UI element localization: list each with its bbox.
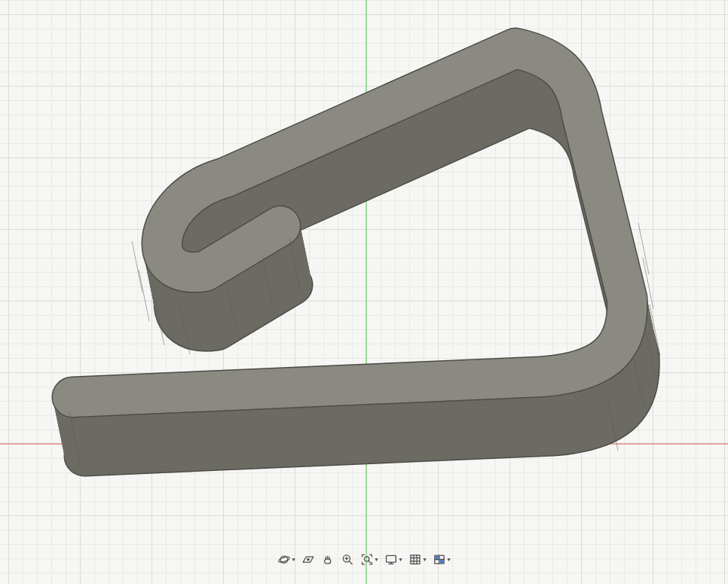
display-settings-button[interactable]: ▾ (384, 552, 402, 567)
zoom-button[interactable] (340, 552, 354, 567)
viewports-button[interactable]: ▾ (433, 552, 451, 567)
viewports-icon (433, 553, 446, 566)
viewport[interactable]: ▾ ▾ (0, 0, 728, 584)
navigation-toolbar: ▾ ▾ (277, 552, 451, 567)
look-at-button[interactable] (301, 552, 315, 567)
dropdown-caret[interactable]: ▾ (424, 557, 427, 563)
orbit-icon (277, 553, 290, 566)
pan-button[interactable] (320, 552, 335, 567)
dropdown-caret[interactable]: ▾ (399, 557, 402, 563)
fit-zoom-window-icon (360, 553, 373, 566)
zoom-magnifier-icon (341, 553, 353, 566)
orbit-button[interactable]: ▾ (277, 552, 295, 567)
pan-hand-icon (321, 553, 334, 566)
dropdown-caret[interactable]: ▾ (448, 557, 451, 563)
look-at-icon (301, 553, 314, 566)
grid-icon (409, 553, 422, 566)
dropdown-caret[interactable]: ▾ (292, 557, 295, 563)
fit-button[interactable]: ▾ (359, 552, 378, 567)
grid-and-snaps-button[interactable]: ▾ (408, 552, 427, 567)
dropdown-caret[interactable]: ▾ (375, 557, 378, 563)
model-canvas[interactable] (0, 0, 728, 584)
display-monitor-icon (384, 553, 397, 566)
